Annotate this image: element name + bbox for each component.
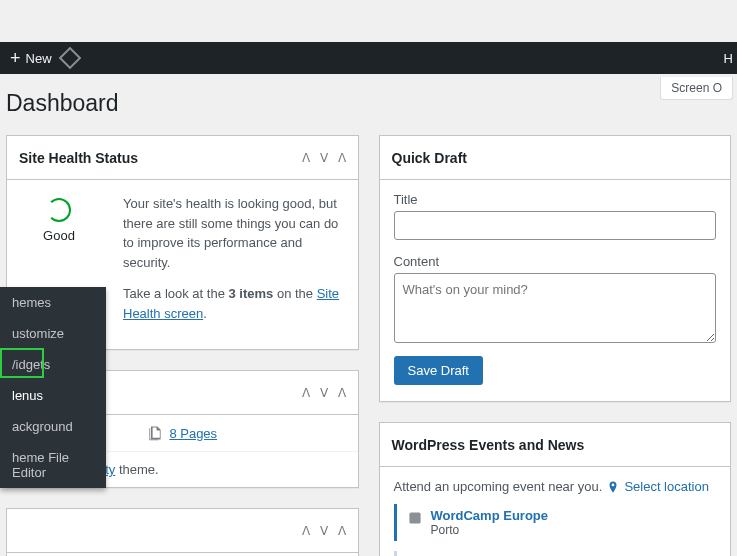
- health-circle-icon: [47, 198, 71, 222]
- pages-count[interactable]: 8 Pages: [169, 426, 217, 441]
- events-title: WordPress Events and News: [392, 437, 585, 453]
- chevron-up-icon[interactable]: ᐱ: [302, 386, 310, 400]
- topbar-right-char[interactable]: H: [724, 51, 733, 66]
- wordcamp-icon: [407, 510, 423, 526]
- save-draft-button[interactable]: Save Draft: [394, 356, 483, 385]
- svg-rect-0: [409, 512, 420, 523]
- content-label: Content: [394, 254, 717, 269]
- title-label: Title: [394, 192, 717, 207]
- submenu-menus[interactable]: lenus: [0, 380, 106, 411]
- chevron-down-icon[interactable]: ᐯ: [320, 386, 328, 400]
- submenu-themes[interactable]: hemes: [0, 287, 106, 318]
- appearance-submenu: hemes ustomize /idgets lenus ackground h…: [0, 287, 106, 488]
- chevron-toggle-icon[interactable]: ᐱ: [338, 524, 346, 538]
- chevron-down-icon[interactable]: ᐯ: [320, 151, 328, 165]
- yoast-icon[interactable]: [58, 47, 81, 70]
- admin-topbar: + New H: [0, 42, 737, 74]
- chevron-down-icon[interactable]: ᐯ: [320, 524, 328, 538]
- submenu-theme-file-editor[interactable]: heme File Editor: [0, 442, 106, 488]
- chevron-up-icon[interactable]: ᐱ: [302, 524, 310, 538]
- quick-draft-box: Quick Draft Title Content Save Draft: [379, 135, 732, 402]
- health-status: Good: [43, 228, 75, 243]
- submenu-customize[interactable]: ustomize: [0, 318, 106, 349]
- health-description: Your site's health is looking good, but …: [123, 194, 346, 272]
- chevron-up-icon[interactable]: ᐱ: [302, 151, 310, 165]
- title-input[interactable]: [394, 211, 717, 240]
- chevron-toggle-icon[interactable]: ᐱ: [338, 386, 346, 400]
- events-intro-text: Attend an upcoming event near you.: [394, 479, 603, 494]
- site-health-title: Site Health Status: [19, 150, 138, 166]
- event-title[interactable]: WordCamp Europe: [431, 508, 549, 523]
- events-news-box: WordPress Events and News Attend an upco…: [379, 422, 732, 556]
- location-icon: [606, 480, 620, 494]
- new-button[interactable]: + New: [10, 48, 52, 69]
- chevron-toggle-icon[interactable]: ᐱ: [338, 151, 346, 165]
- event-location: Porto: [431, 523, 549, 537]
- submenu-widgets[interactable]: /idgets: [0, 349, 106, 380]
- content-textarea[interactable]: [394, 273, 717, 343]
- pages-icon: [147, 425, 163, 441]
- activity-box: ᐱ ᐯ ᐱ Recently Published Mar 6th, 9:42 a…: [6, 508, 359, 556]
- page-title: Dashboard: [0, 74, 737, 135]
- health-cta: Take a look at the 3 items on the Site H…: [123, 284, 346, 323]
- new-label: New: [26, 51, 52, 66]
- screen-options-button[interactable]: Screen O: [660, 77, 733, 100]
- quick-draft-title: Quick Draft: [392, 150, 467, 166]
- plus-icon: +: [10, 48, 21, 69]
- submenu-background[interactable]: ackground: [0, 411, 106, 442]
- select-location-link[interactable]: Select location: [624, 479, 709, 494]
